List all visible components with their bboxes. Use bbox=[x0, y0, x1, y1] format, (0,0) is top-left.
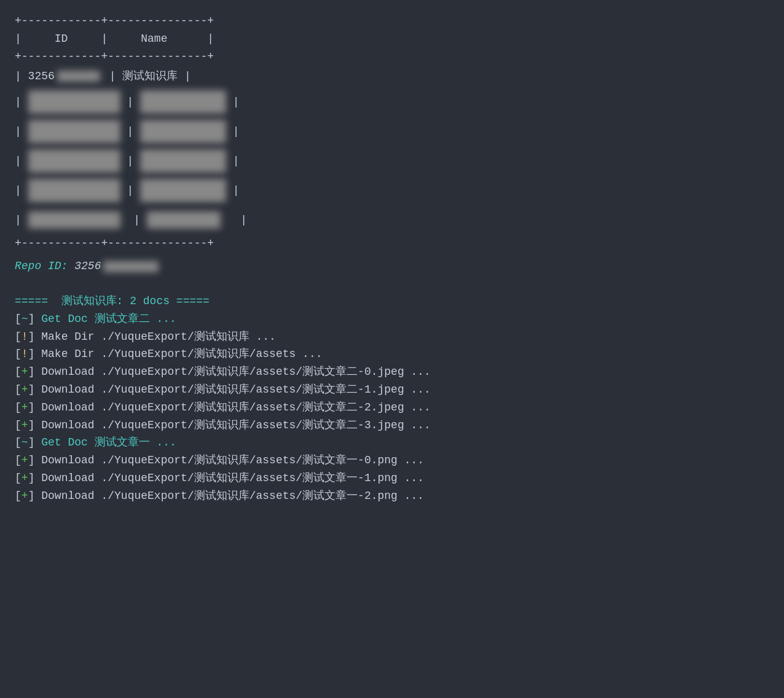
terminal-line-1: [!] Make Dir ./YuqueExport/测试知识库 ... bbox=[15, 328, 769, 346]
line-prefix-5: [+] bbox=[15, 401, 34, 414]
blurred-row3-col2 bbox=[140, 120, 226, 143]
table-border-mid: +------------+---------------+ bbox=[15, 48, 769, 66]
line-prefix-3: [+] bbox=[15, 366, 34, 378]
line-prefix-8: [+] bbox=[15, 454, 34, 466]
table-border-top: +------------+---------------+ bbox=[15, 12, 769, 30]
blurred-row2-col2 bbox=[140, 90, 226, 114]
terminal-line-0: [~] Get Doc 测试文章二 ... bbox=[15, 310, 769, 328]
line-prefix-9: [+] bbox=[15, 472, 34, 484]
blurred-row5-col2 bbox=[140, 179, 226, 202]
terminal-line-2: [!] Make Dir ./YuqueExport/测试知识库/assets … bbox=[15, 345, 769, 363]
line-prefix-10: [+] bbox=[15, 490, 34, 502]
line-prefix-0: [~] bbox=[15, 313, 34, 325]
section-header: ===== 测试知识库: 2 docs ===== bbox=[15, 292, 769, 310]
table-row-2: | | | bbox=[15, 87, 769, 117]
line-content-7: Get Doc 测试文章一 ... bbox=[34, 436, 176, 449]
line-prefix-4: [+] bbox=[15, 383, 34, 396]
terminal-line-4: [+] Download ./YuqueExport/测试知识库/assets/… bbox=[15, 381, 769, 399]
table-row-4: | | | bbox=[15, 146, 769, 176]
line-content-2: Make Dir ./YuqueExport/测试知识库/assets ... bbox=[34, 348, 322, 360]
terminal-line-3: [+] Download ./YuqueExport/测试知识库/assets/… bbox=[15, 363, 769, 381]
table-row-3: | | | bbox=[15, 117, 769, 146]
blurred-row4-col1 bbox=[28, 149, 120, 173]
line-prefix-1: [!] bbox=[15, 331, 34, 343]
line-prefix-2: [!] bbox=[15, 348, 34, 360]
line-prefix-6: [+] bbox=[15, 419, 34, 431]
line-content-4: Download ./YuqueExport/测试知识库/assets/测试文章… bbox=[34, 383, 430, 396]
line-prefix-7: [~] bbox=[15, 436, 34, 449]
terminal-line-9: [+] Download ./YuqueExport/测试知识库/assets/… bbox=[15, 469, 769, 487]
line-content-9: Download ./YuqueExport/测试知识库/assets/测试文章… bbox=[34, 472, 424, 484]
blurred-row5-col1 bbox=[28, 179, 120, 202]
table-row-6: | | | bbox=[15, 205, 769, 235]
line-content-0: Get Doc 测试文章二 ... bbox=[34, 313, 176, 325]
line-content-1: Make Dir ./YuqueExport/测试知识库 ... bbox=[34, 331, 275, 343]
repo-id-value: 3256 bbox=[74, 257, 101, 275]
repo-id-line: Repo ID: 3256 bbox=[15, 257, 769, 275]
blurred-id bbox=[57, 71, 100, 82]
lines-container: [~] Get Doc 测试文章二 ...[!] Make Dir ./Yuqu… bbox=[15, 310, 769, 505]
terminal-line-8: [+] Download ./YuqueExport/测试知识库/assets/… bbox=[15, 452, 769, 469]
blurred-row2-col1 bbox=[28, 90, 120, 114]
blurred-row3-col1 bbox=[28, 120, 120, 143]
table-row-5: | | | bbox=[15, 176, 769, 205]
terminal-line-10: [+] Download ./YuqueExport/测试知识库/assets/… bbox=[15, 487, 769, 505]
table-row-1: | 3256 | 测试知识库 | bbox=[15, 65, 769, 87]
line-content-8: Download ./YuqueExport/测试知识库/assets/测试文章… bbox=[34, 454, 424, 466]
line-content-5: Download ./YuqueExport/测试知识库/assets/测试文章… bbox=[34, 401, 430, 414]
line-content-6: Download ./YuqueExport/测试知识库/assets/测试文章… bbox=[34, 419, 430, 431]
line-content-10: Download ./YuqueExport/测试知识库/assets/测试文章… bbox=[34, 490, 424, 502]
table-border-bottom: +------------+---------------+ bbox=[15, 235, 769, 253]
blurred-row4-col2 bbox=[140, 149, 226, 173]
blurred-repo-id bbox=[103, 261, 159, 272]
terminal-line-5: [+] Download ./YuqueExport/测试知识库/assets/… bbox=[15, 399, 769, 417]
table-section: +------------+---------------+ | ID | Na… bbox=[15, 12, 769, 253]
repo-id-label: Repo ID: bbox=[15, 257, 68, 275]
blurred-row6-col1 bbox=[28, 211, 120, 229]
terminal-line-7: [~] Get Doc 测试文章一 ... bbox=[15, 434, 769, 452]
terminal-line-6: [+] Download ./YuqueExport/测试知识库/assets/… bbox=[15, 417, 769, 434]
line-content-3: Download ./YuqueExport/测试知识库/assets/测试文章… bbox=[34, 366, 430, 378]
blurred-row6-col2 bbox=[147, 211, 221, 229]
table-header: | ID | Name | bbox=[15, 30, 769, 48]
